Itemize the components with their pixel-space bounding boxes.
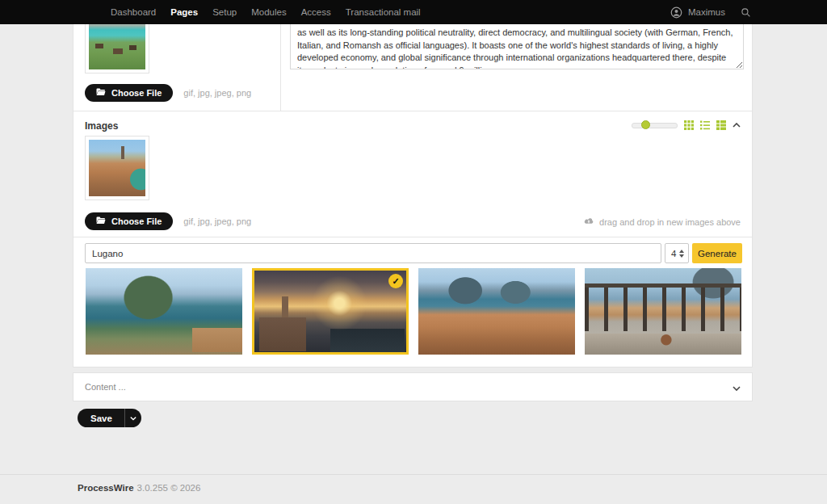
generate-button[interactable]: Generate [692,243,742,263]
page-edit-form: Choose File gif, jpg, jpeg, png as well … [73,24,753,368]
generated-images-row: ✓ [86,268,741,355]
stepper-arrows[interactable] [677,250,688,258]
footer-text: ProcessWire3.0.255 © 2026 [78,483,200,493]
selected-check-badge: ✓ [388,274,403,288]
images-toolbar [632,120,741,130]
photo-choose-file-button[interactable]: Choose File [85,84,173,102]
images-allowed-extensions: gif, jpg, jpeg, png [183,216,251,226]
photo-upload-row: Choose File gif, jpg, jpeg, png [85,84,251,102]
footer: ProcessWire3.0.255 © 2026 [0,474,827,504]
column-divider [280,24,281,111]
footer-brand: ProcessWire [78,483,134,493]
images-choose-file-label: Choose File [111,216,162,226]
navbar-right: Maximus [670,6,751,19]
nav-item-dashboard[interactable]: Dashboard [111,7,156,17]
body-textarea[interactable]: as well as its long-standing political n… [290,24,744,69]
generated-image-4[interactable] [585,268,741,355]
table-view-icon[interactable] [716,120,726,130]
user-name[interactable]: Maximus [688,7,725,17]
dragdrop-hint-text: drag and drop in new images above [599,217,741,227]
generated-image-3[interactable] [418,268,575,355]
ledge-overlay [585,334,741,355]
page: Dashboard Pages Setup Modules Access Tra… [0,0,827,504]
image-thumbnail[interactable] [85,136,149,200]
list-view-icon[interactable] [700,120,710,130]
grid-view-icon[interactable] [684,120,694,130]
generator-row: 4 Generate [85,243,742,263]
nav-item-setup[interactable]: Setup [212,7,237,17]
save-split-button: Save [78,409,141,427]
nav-item-transactional-mail[interactable]: Transactional mail [346,7,421,17]
railing-overlay [585,284,741,331]
stepper-down-icon[interactable] [679,254,684,258]
count-value: 4 [665,249,677,258]
search-icon[interactable] [741,7,751,18]
content-section-collapsed[interactable]: Content ... [73,372,753,401]
nav-item-pages[interactable]: Pages [170,7,198,17]
top-navbar: Dashboard Pages Setup Modules Access Tra… [0,0,827,24]
site-logo-avatar[interactable] [78,3,96,22]
footer-version: 3.0.255 © 2026 [137,483,201,493]
generated-image-1[interactable] [86,268,242,355]
folder-icon [96,216,106,226]
collapse-chevron-up-icon[interactable] [733,123,741,128]
content-section-label: Content ... [85,382,126,392]
save-button[interactable]: Save [78,409,124,427]
count-stepper[interactable]: 4 [665,243,689,263]
dragdrop-hint: drag and drop in new images above [583,216,741,227]
generated-image-2-selected[interactable]: ✓ [252,268,409,355]
photo-thumbnail-image[interactable] [89,24,145,69]
stepper-up-icon[interactable] [679,250,684,253]
nav-item-modules[interactable]: Modules [251,7,286,17]
check-icon: ✓ [392,276,399,287]
cloud-upload-icon [583,216,594,227]
photo-and-body-section: Choose File gif, jpg, jpeg, png as well … [73,24,752,111]
thumbnail-image-bern[interactable] [89,140,145,196]
thumbnail-size-slider[interactable] [632,123,678,128]
images-field-label: Images [85,120,118,132]
slider-knob[interactable] [641,120,650,129]
images-choose-file-button[interactable]: Choose File [85,212,173,230]
prompt-input[interactable] [85,243,661,263]
nav-item-access[interactable]: Access [301,7,331,17]
section-divider [73,237,752,237]
save-dropdown-button[interactable] [124,409,141,427]
photo-allowed-extensions: gif, jpg, jpeg, png [183,88,251,98]
photo-choose-file-label: Choose File [111,88,162,98]
photo-thumbnail-frame[interactable] [85,24,149,74]
expand-chevron-down-icon[interactable] [733,380,741,394]
images-upload-row: Choose File gif, jpg, jpeg, png [85,212,251,230]
folder-icon [96,88,106,98]
user-icon[interactable] [670,6,682,19]
